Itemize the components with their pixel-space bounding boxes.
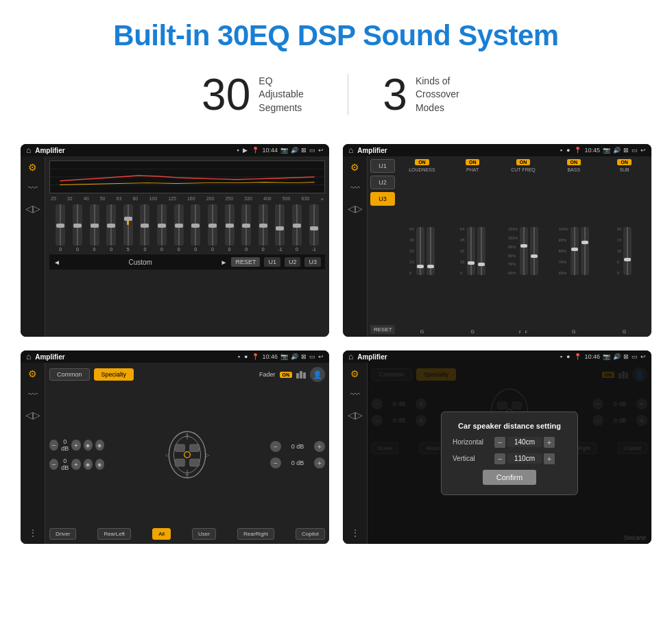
crossover-screen: ⌂ Amplifier ▪ ● 📍 10:45 📷 🔊 ⊠ ▭ ↩ ⚙ 〰 ◁▷	[343, 144, 651, 337]
eq-graph	[49, 160, 325, 193]
amp-dialog-body: ⚙ 〰 ◁▷ ⋮ Common Specialty ON	[343, 363, 651, 543]
amp-dialog-bt-icon[interactable]: ⋮	[350, 527, 360, 538]
eq-u3-btn[interactable]: U3	[304, 257, 321, 267]
amplifier-dialog-screen: ⌂ Amplifier ▪ ● 📍 10:46 📷 🔊 ⊠ ▭ ↩ ⚙ 〰 ◁▷…	[343, 350, 651, 543]
eq-slider-15: -1	[309, 204, 319, 252]
horizontal-minus-btn[interactable]: −	[494, 437, 505, 448]
amp-vol-icon[interactable]: ◁▷	[25, 409, 40, 420]
eq-u2-btn[interactable]: U2	[285, 257, 301, 267]
eq-slider-2: 0	[90, 204, 99, 252]
amp-common-btn[interactable]: Common	[49, 368, 90, 381]
car-diagram: ◁ ▷ △ ▽	[110, 427, 265, 482]
amp-dialog-tune-icon[interactable]: ⚙	[350, 368, 359, 379]
svg-text:▷: ▷	[206, 453, 210, 458]
ch-cutfreq: ON CUT FREQ 120Hz100Hz90Hz80Hz70Hz60Hz F…	[499, 159, 548, 334]
crossover-u2-btn[interactable]: U2	[370, 176, 395, 189]
eq-wave-icon[interactable]: 〰	[28, 182, 38, 193]
amp-bt-icon[interactable]: ⋮	[28, 527, 38, 538]
crossover-number: 3	[383, 73, 407, 117]
eq-slider-13: -1	[275, 204, 285, 252]
eq-slider-8: 0	[191, 204, 200, 252]
stats-row: 30 EQ AdjustableSegments 3 Kinds ofCross…	[0, 59, 672, 137]
amp-screen-title: Amplifier	[35, 353, 234, 361]
db-minus-0[interactable]: −	[49, 440, 58, 451]
db-minus-2[interactable]: −	[270, 441, 281, 452]
amp-specialty-btn[interactable]: Specialty	[94, 368, 134, 381]
driver-btn[interactable]: Driver	[49, 528, 76, 540]
crossover-reset-btn[interactable]: RESET	[370, 325, 395, 334]
vertical-plus-btn[interactable]: +	[544, 453, 555, 464]
car-svg: ◁ ▷ △ ▽	[153, 427, 221, 482]
eq-play-icon: ▶	[243, 147, 248, 154]
eq-u1-btn[interactable]: U1	[264, 257, 280, 267]
horizontal-label: Horizontal	[453, 438, 490, 446]
eq-sliders: 0 0 0 0 5	[49, 204, 325, 252]
eq-tune-icon[interactable]: ⚙	[28, 162, 37, 173]
db-row-3: − 0 dB +	[270, 457, 325, 468]
vertical-value: 110cm	[507, 453, 542, 464]
all-btn[interactable]: All	[152, 528, 171, 540]
user-btn[interactable]: User	[192, 528, 216, 540]
db-minus-1[interactable]: −	[49, 459, 58, 470]
db-plus-0[interactable]: +	[71, 440, 80, 451]
amp-top-row: Common Specialty Fader ON 👤	[49, 367, 325, 382]
eq-preset-label: Custom	[64, 259, 217, 266]
dialog-vertical-row: Vertical − 110cm +	[453, 453, 566, 464]
db-val-1: 0 dB	[61, 457, 69, 471]
copilot-btn[interactable]: Copilot	[296, 528, 325, 540]
speaker-icon-3: ◈	[95, 459, 104, 470]
eq-slider-6: 0	[157, 204, 167, 252]
vertical-input-group: − 110cm +	[494, 453, 555, 464]
amp-dialog-wave-icon[interactable]: 〰	[350, 389, 360, 400]
crossover-u1-btn[interactable]: U1	[370, 159, 395, 173]
rearright-btn[interactable]: RearRight	[237, 528, 274, 540]
db-minus-3[interactable]: −	[270, 457, 281, 468]
amp-center: − 0 dB + ◈ ◈ − 0 dB + ◈ ◈	[49, 385, 325, 525]
amp-screen-body: ⚙ 〰 ◁▷ ⋮ Common Specialty Fader ON	[21, 363, 329, 543]
eq-reset-btn[interactable]: RESET	[231, 257, 260, 267]
eq-vol-icon[interactable]: ◁▷	[25, 203, 40, 214]
amp-tune-icon[interactable]: ⚙	[28, 368, 37, 379]
stat-eq: 30 EQ AdjustableSegments	[167, 73, 348, 117]
crossover-wave-icon[interactable]: 〰	[350, 182, 360, 193]
amplifier-screen: ⌂ Amplifier ▪ ● 📍 10:46 📷 🔊 ⊠ ▭ ↩ ⚙ 〰 ◁▷…	[21, 350, 329, 543]
horizontal-input-group: − 140cm +	[494, 437, 555, 448]
speaker-icon-1: ◈	[95, 440, 104, 451]
crossover-tune-icon[interactable]: ⚙	[350, 162, 359, 173]
dialog-overlay: Car speaker distance setting Horizontal …	[368, 363, 651, 543]
ch-sub: ON SUB 20151050 G	[600, 159, 649, 334]
eq-slider-7: 0	[174, 204, 184, 252]
db-plus-3[interactable]: +	[314, 457, 325, 468]
crossover-body: ⚙ 〰 ◁▷ U1 U2 U3 RESET	[343, 156, 651, 337]
speaker-icon-0: ◈	[84, 440, 93, 451]
vertical-minus-btn[interactable]: −	[494, 453, 505, 464]
db-row-2: − 0 dB +	[270, 441, 325, 452]
user-icon[interactable]: 👤	[310, 367, 325, 382]
vertical-label: Vertical	[453, 455, 490, 462]
eq-screen-title: Amplifier	[35, 147, 232, 154]
eq-bottom-bar: ◄ Custom ► RESET U1 U2 U3	[49, 254, 325, 270]
rearleft-btn[interactable]: RearLeft	[97, 528, 131, 540]
amp-side-panel: ⚙ 〰 ◁▷ ⋮	[21, 363, 45, 543]
db-val-0: 0 dB	[61, 438, 69, 452]
eq-status-icons: 📍 10:44 📷 🔊 ⊠ ▭ ↩	[252, 147, 324, 154]
eq-prev-btn[interactable]: ◄	[53, 259, 60, 266]
db-plus-2[interactable]: +	[314, 441, 325, 452]
crossover-vol-icon[interactable]: ◁▷	[348, 203, 363, 214]
eq-slider-5: 0	[140, 204, 149, 252]
svg-rect-8	[175, 460, 184, 467]
confirm-button[interactable]: Confirm	[483, 470, 537, 485]
crossover-status-bar: ⌂ Amplifier ▪ ● 📍 10:45 📷 🔊 ⊠ ▭ ↩	[343, 144, 651, 156]
amp-dialog-status-bar: ⌂ Amplifier ▪ ● 📍 10:46 📷 🔊 ⊠ ▭ ↩	[343, 350, 651, 363]
db-plus-1[interactable]: +	[71, 459, 80, 470]
crossover-desc: Kinds ofCrossover Modes	[416, 75, 470, 115]
crossover-time: 10:45	[584, 147, 600, 154]
amp-wave-icon[interactable]: 〰	[28, 389, 38, 400]
crossover-u3-btn[interactable]: U3	[370, 192, 395, 206]
page-title: Built-in 30EQ DSP Sound System	[14, 19, 658, 52]
amp-dialog-vol-icon[interactable]: ◁▷	[348, 409, 363, 420]
eq-slider-10: 0	[225, 204, 235, 252]
horizontal-plus-btn[interactable]: +	[544, 437, 555, 448]
page-header: Built-in 30EQ DSP Sound System	[0, 0, 672, 59]
eq-next-btn[interactable]: ►	[221, 259, 228, 266]
